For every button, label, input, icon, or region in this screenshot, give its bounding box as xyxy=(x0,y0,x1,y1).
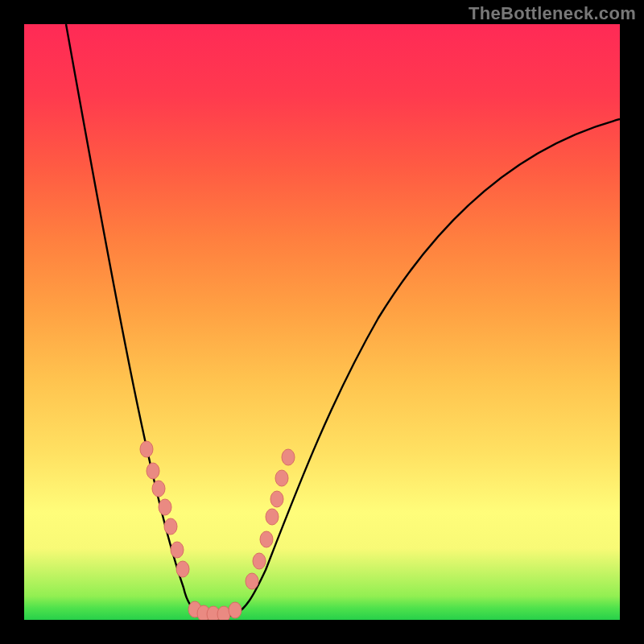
bottleneck-curve xyxy=(66,24,620,617)
data-marker xyxy=(147,463,159,479)
data-marker xyxy=(217,606,230,620)
data-marker xyxy=(229,602,242,618)
data-marker xyxy=(282,449,295,465)
outer-frame: TheBottleneck.com xyxy=(0,0,644,644)
data-marker xyxy=(260,531,273,547)
marker-group xyxy=(140,441,295,620)
data-marker xyxy=(164,518,177,535)
data-marker xyxy=(253,553,266,569)
chart-svg xyxy=(24,24,620,620)
data-marker xyxy=(152,481,165,497)
data-marker xyxy=(171,542,184,558)
data-marker xyxy=(140,441,153,457)
data-marker xyxy=(266,509,279,525)
chart-area xyxy=(24,24,620,620)
data-marker xyxy=(275,470,288,486)
data-marker xyxy=(246,573,258,589)
watermark-label: TheBottleneck.com xyxy=(469,3,636,24)
data-marker xyxy=(159,499,171,515)
data-marker xyxy=(176,561,189,577)
data-marker xyxy=(270,491,283,507)
